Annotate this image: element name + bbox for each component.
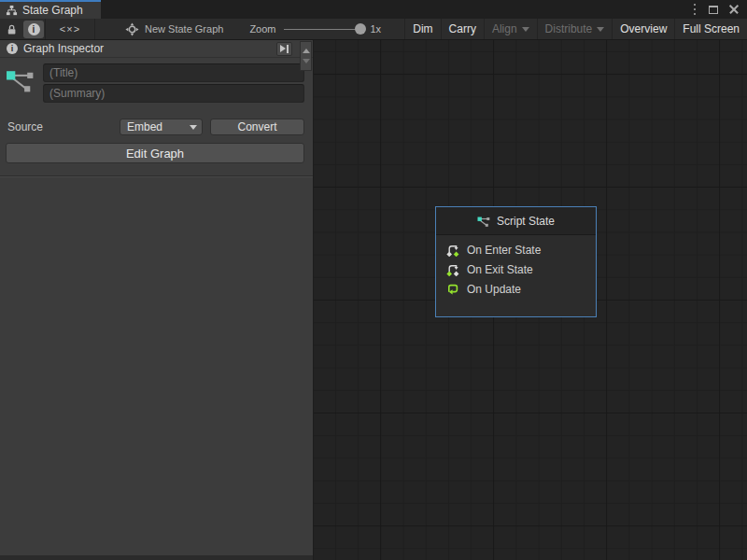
- align-button[interactable]: Align: [484, 19, 537, 39]
- panel-scroll-strip: [300, 41, 312, 71]
- editor-window: State Graph i <×>: [0, 0, 747, 560]
- node-event-label: On Update: [467, 283, 521, 296]
- zoom-control: Zoom 1x: [249, 23, 381, 35]
- chevron-down-icon: [597, 27, 604, 32]
- node-event-label: On Enter State: [467, 244, 541, 257]
- distribute-label: Distribute: [545, 22, 593, 35]
- code-view-button[interactable]: <×>: [46, 19, 94, 40]
- update-icon: [446, 283, 459, 296]
- dim-button[interactable]: Dim: [404, 19, 440, 39]
- zoom-label: Zoom: [249, 23, 275, 35]
- tab-label: State Graph: [22, 4, 83, 17]
- chevron-down-icon: [522, 27, 529, 32]
- source-dropdown[interactable]: Embed: [120, 119, 203, 135]
- script-state-node[interactable]: Script State On Enter State: [435, 206, 597, 317]
- exit-state-icon: [446, 263, 459, 276]
- inspector-toggle-button[interactable]: i: [23, 21, 44, 38]
- lock-icon: [6, 23, 18, 35]
- overview-button[interactable]: Overview: [612, 19, 674, 39]
- code-icon: <×>: [60, 23, 80, 35]
- scroll-up-icon[interactable]: [303, 49, 310, 53]
- full-screen-button[interactable]: Full Screen: [674, 19, 747, 39]
- maximize-icon[interactable]: [709, 6, 718, 14]
- graph-title-block: [6, 63, 304, 103]
- lock-button[interactable]: [0, 19, 22, 40]
- graph-inspector-panel: i Graph Inspector: [0, 40, 313, 560]
- dock-panel-button[interactable]: [276, 42, 292, 56]
- node-body: On Enter State On Exit State: [436, 235, 596, 316]
- source-row: Source Embed Convert: [6, 119, 304, 135]
- graph-inspector-header: i Graph Inspector: [0, 40, 313, 58]
- graph-canvas[interactable]: Script State On Enter State: [313, 40, 747, 560]
- dock-arrow-icon: [280, 45, 286, 52]
- chevron-down-icon: [190, 125, 197, 130]
- zoom-slider[interactable]: [284, 29, 363, 30]
- node-title: Script State: [497, 215, 555, 228]
- graph-name-label: New State Graph: [145, 23, 223, 35]
- graph-tree-icon: [6, 5, 18, 17]
- node-header[interactable]: Script State: [436, 207, 596, 235]
- overview-label: Overview: [620, 22, 667, 35]
- edit-graph-label: Edit Graph: [126, 147, 184, 161]
- convert-label: Convert: [237, 120, 276, 133]
- node-event-on-exit-state[interactable]: On Exit State: [446, 262, 585, 276]
- node-event-on-enter-state[interactable]: On Enter State: [446, 243, 585, 257]
- tab-state-graph[interactable]: State Graph: [0, 0, 101, 19]
- enter-state-icon: [446, 244, 459, 257]
- graph-breadcrumb[interactable]: New State Graph: [125, 22, 223, 36]
- info-icon: i: [7, 43, 18, 54]
- state-graph-icon: [477, 215, 490, 228]
- info-icon: i: [28, 23, 40, 35]
- zoom-slider-handle[interactable]: [355, 23, 366, 35]
- graph-meta-fields: [43, 63, 304, 103]
- edit-graph-button[interactable]: Edit Graph: [6, 143, 304, 163]
- full-screen-label: Full Screen: [683, 22, 740, 35]
- title-bar: State Graph: [0, 0, 747, 19]
- window-controls: [692, 0, 747, 19]
- summary-field[interactable]: [43, 84, 304, 103]
- inspector-body: Source Embed Convert Edit Graph: [0, 58, 313, 176]
- inspector-empty-area: [0, 176, 313, 555]
- close-icon[interactable]: [729, 5, 739, 14]
- scroll-down-icon[interactable]: [303, 59, 310, 63]
- toolbar-separator: [94, 19, 95, 39]
- node-event-label: On Exit State: [467, 263, 533, 276]
- source-label: Source: [6, 120, 120, 133]
- inspector-title: Graph Inspector: [23, 42, 104, 55]
- node-event-on-update[interactable]: On Update: [446, 282, 585, 296]
- align-label: Align: [492, 22, 517, 35]
- zoom-value: 1x: [371, 23, 382, 35]
- state-graph-icon: [6, 63, 36, 96]
- convert-button[interactable]: Convert: [210, 119, 304, 135]
- source-dropdown-value: Embed: [127, 120, 162, 133]
- toolbar-right-group: Dim Carry Align Distribute Overview Full…: [404, 19, 747, 39]
- dim-label: Dim: [413, 22, 432, 35]
- kebab-menu-icon[interactable]: [694, 8, 696, 10]
- title-field[interactable]: [43, 63, 304, 82]
- distribute-button[interactable]: Distribute: [537, 19, 613, 39]
- dock-bar-icon: [287, 45, 289, 53]
- graph-toolbar: i <×> New State Graph Zoom 1x: [0, 19, 747, 40]
- carry-label: Carry: [449, 22, 476, 35]
- carry-button[interactable]: Carry: [441, 19, 484, 39]
- move-icon: [125, 22, 139, 36]
- main-area: i Graph Inspector: [0, 40, 747, 560]
